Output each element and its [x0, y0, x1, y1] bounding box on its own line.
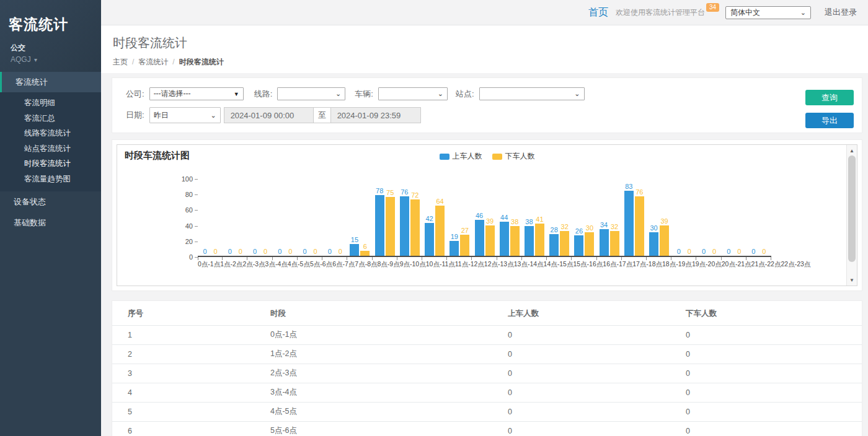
main-content: 公司: ---请选择--- ▼ 线路: ⌄ 车辆: ⌄ 站点: ⌄ 日期: — [101, 73, 868, 436]
bar-value-label: 0 — [702, 248, 706, 255]
topbar: 首页 欢迎使用客流统计管理平台 34 简体中文 ⌄ 退出登录 — [101, 0, 868, 25]
legend-item-boarding[interactable]: 上车人数 — [440, 151, 482, 162]
home-link[interactable]: 首页 — [588, 6, 608, 19]
bar-boarding: 83 — [624, 183, 634, 256]
date-from-input[interactable]: 2024-01-09 00:00 — [224, 107, 314, 123]
user-dropdown[interactable]: AQGJ ▾ — [9, 55, 92, 64]
data-table-panel: 序号时段上车人数下车人数 10点-1点0021点-2点0032点-3点0043点… — [112, 300, 862, 436]
query-button[interactable]: 查询 — [805, 90, 854, 105]
table-row: 54点-5点00 — [112, 403, 862, 422]
breadcrumb-section[interactable]: 客流统计 — [138, 58, 168, 66]
date-preset-select[interactable]: 昨日 ⌄ — [149, 107, 221, 123]
bar-value-label: 0 — [214, 248, 218, 255]
bar-value-label: 39 — [486, 217, 494, 225]
sidebar-item-flow-detail[interactable]: 客流明细 — [0, 95, 101, 111]
vehicle-select[interactable]: ⌄ — [378, 87, 448, 100]
bar-alighting: 0 — [735, 248, 744, 256]
company-select[interactable]: ---请选择--- ▼ — [149, 87, 244, 100]
bar-alighting: 0 — [311, 248, 320, 256]
bar-value-label: 42 — [425, 215, 433, 222]
x-axis-label: 20点-21点 — [722, 260, 751, 268]
chart-plot: 0000000000001567875767242641927463944383… — [198, 179, 771, 268]
bar-alighting: 39 — [660, 217, 669, 256]
table-cell: 0 — [492, 383, 670, 403]
language-select[interactable]: 简体中文 ⌄ — [725, 6, 811, 19]
x-axis-label: 14点-15点 — [544, 260, 574, 268]
table-cell: 0 — [670, 403, 862, 422]
bar-boarding: 46 — [475, 212, 484, 256]
bar-group: 4438 — [497, 179, 522, 256]
table-row: 10点-1点00 — [112, 326, 862, 345]
legend-item-alighting[interactable]: 下车人数 — [492, 151, 535, 162]
table-cell: 2点-3点 — [255, 364, 492, 383]
sidebar-item-passenger-flow[interactable]: 客流统计 — [0, 72, 101, 92]
bar-value-label: 78 — [376, 187, 383, 194]
bar-value-label: 26 — [575, 227, 583, 235]
legend-label-down: 下车人数 — [505, 151, 535, 162]
chevron-down-icon: ⌄ — [574, 90, 580, 98]
bar-group: 4264 — [422, 179, 447, 256]
x-axis-label: 19点-20点 — [692, 260, 722, 268]
bar-group: 8376 — [622, 179, 647, 256]
station-select[interactable]: ⌄ — [479, 87, 585, 100]
table-cell: 5点-6点 — [255, 422, 492, 436]
sidebar-item-line-flow-stats[interactable]: 线路客流统计 — [0, 126, 101, 141]
scroll-down-icon[interactable]: ▼ — [847, 275, 857, 285]
chevron-down-icon: ⌄ — [800, 9, 806, 17]
table-cell: 0 — [492, 345, 670, 364]
table-header-cell: 序号 — [112, 301, 255, 326]
sidebar-item-flow-trend-chart[interactable]: 客流量趋势图 — [0, 172, 101, 187]
bar-alighting: 30 — [585, 224, 594, 256]
bar-value-label: 0 — [737, 248, 741, 255]
vehicle-label: 车辆: — [355, 89, 373, 100]
chevron-down-icon: ⌄ — [438, 90, 443, 98]
y-axis-label: 80 — [172, 191, 193, 198]
breadcrumb-home[interactable]: 主页 — [113, 58, 128, 66]
bar-alighting: 6 — [360, 243, 370, 256]
bar-alighting: 27 — [460, 227, 469, 256]
logout-link[interactable]: 退出登录 — [825, 7, 857, 18]
bar-value-label: 0 — [278, 248, 281, 255]
table-cell: 1 — [112, 326, 255, 345]
table-cell: 5 — [112, 403, 255, 422]
bar-value-label: 0 — [203, 248, 207, 255]
sidebar-item-base-data[interactable]: 基础数据 — [0, 212, 101, 233]
table-header-cell: 时段 — [255, 301, 492, 326]
user-name: AQGJ — [11, 55, 31, 64]
sidebar-item-station-flow-stats[interactable]: 站点客流统计 — [0, 141, 101, 157]
table-cell: 0点-1点 — [255, 326, 492, 345]
x-axis-label: 2点-3点 — [242, 260, 265, 268]
chevron-down-icon: ⌄ — [335, 90, 341, 98]
sidebar-item-flow-summary[interactable]: 客流汇总 — [0, 111, 101, 126]
bar-alighting: 0 — [261, 248, 270, 256]
scrollbar-thumb[interactable] — [848, 155, 856, 262]
bar-value-label: 6 — [363, 243, 367, 250]
scroll-up-icon[interactable]: ▲ — [847, 146, 857, 155]
sidebar-item-device-status[interactable]: 设备状态 — [0, 191, 101, 212]
chart-title: 时段车流统计图 — [125, 150, 190, 162]
welcome-text: 欢迎使用客流统计管理平台 — [616, 7, 705, 18]
bar-value-label: 0 — [688, 248, 691, 255]
table-row: 32点-3点00 — [112, 364, 862, 383]
x-axis-label: 10点-11点 — [426, 260, 455, 268]
bar-group: 00 — [298, 179, 322, 256]
bar-alighting: 64 — [435, 198, 445, 256]
bar-alighting: 0 — [760, 248, 769, 256]
date-to-input[interactable]: 2024-01-09 23:59 — [330, 107, 421, 123]
chart-scrollbar[interactable]: ▲ ▼ — [846, 145, 857, 286]
table-body: 10点-1点0021点-2点0032点-3点0043点-4点0054点-5点00… — [112, 326, 862, 436]
bar-value-label: 28 — [551, 226, 558, 233]
page-heading: 时段客流统计 主页/客流统计/时段客流统计 — [101, 25, 868, 73]
sidebar-item-period-flow-stats[interactable]: 时段客流统计 — [0, 156, 101, 172]
line-select[interactable]: ⌄ — [277, 87, 345, 100]
table-cell: 2 — [112, 345, 255, 364]
bar-value-label: 39 — [660, 217, 668, 225]
bar-value-label: 30 — [586, 224, 593, 232]
breadcrumb: 主页/客流统计/时段客流统计 — [113, 57, 868, 68]
bar-value-label: 75 — [386, 189, 394, 196]
bar-boarding: 0 — [225, 248, 234, 256]
table-row: 65点-6点00 — [112, 422, 862, 436]
table-cell: 4点-5点 — [255, 403, 492, 422]
export-button[interactable]: 导出 — [805, 113, 854, 128]
bar-alighting: 0 — [709, 248, 719, 256]
